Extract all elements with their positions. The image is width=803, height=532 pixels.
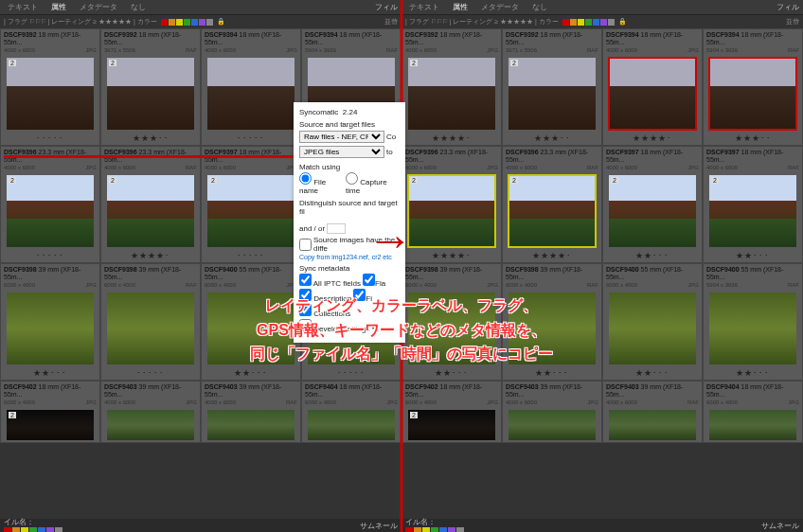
toolbar-tab[interactable]: テキスト [405, 2, 443, 12]
rating-stars[interactable]: ★★･･･ [603, 366, 702, 380]
toolbar-tab[interactable]: なし [127, 2, 150, 12]
color-swatch[interactable] [55, 527, 62, 533]
radio-filename[interactable]: File name [299, 172, 344, 195]
thumbnail-cell[interactable]: DSCF9403 39 mm (XF18-55m...4000 x 6000RA… [201, 381, 301, 443]
color-swatch[interactable] [199, 19, 205, 26]
color-swatch[interactable] [585, 19, 592, 26]
color-swatch[interactable] [593, 19, 599, 26]
rating-stars[interactable]: ･････ [202, 249, 300, 262]
thumbnail-cell[interactable]: DSCF9396 23.3 mm (XF18-55m...4000 x 6000… [0, 146, 100, 263]
thumbnail-cell[interactable]: DSCF9392 18 mm (XF18-55m...4000 x 6000JP… [0, 28, 100, 146]
color-swatch[interactable] [169, 19, 175, 26]
source-select[interactable]: Raw files - NEF, CR2 etc [299, 131, 384, 143]
thumbnail-cell[interactable]: DSCF9394 18 mm (XF18-55m...5904 x 3936RA… [703, 28, 803, 146]
color-swatch[interactable] [431, 527, 438, 533]
rating-stars[interactable]: ★★･･･ [503, 366, 601, 380]
toolbar-tab[interactable]: 属性 [449, 2, 472, 12]
rating-stars[interactable]: ･････ [1, 132, 99, 145]
cb-fla[interactable]: Fla [363, 274, 385, 288]
rating-stars[interactable]: ･････ [101, 366, 200, 380]
color-swatch[interactable] [405, 527, 413, 533]
thumbnail-cell[interactable]: DSCF9402 18 mm (XF18-55m...6000 x 4000JP… [402, 381, 502, 443]
color-swatch[interactable] [562, 19, 569, 26]
rating-stars[interactable]: ★★･･･ [704, 366, 802, 380]
color-swatch[interactable] [161, 19, 168, 26]
thumbnail-cell[interactable]: DSCF9403 39 mm (XF18-55m...4000 x 6000RA… [602, 381, 703, 443]
target-select[interactable]: JPEG files [299, 146, 384, 158]
thumbnail-cell[interactable]: DSCF9400 55 mm (XF18-55m...5904 x 3936RA… [703, 263, 803, 381]
color-swatch[interactable] [414, 527, 421, 533]
color-swatch[interactable] [439, 527, 447, 533]
color-swatch[interactable] [46, 527, 54, 533]
rating-stars[interactable]: ★★･･･ [402, 366, 501, 380]
color-swatch[interactable] [448, 527, 455, 533]
filter-label: フィル [776, 2, 799, 12]
thumbnail-cell[interactable]: DSCF9397 18 mm (XF18-55m...4000 x 6000RA… [703, 146, 803, 263]
src-target-label: Source and target files [299, 120, 400, 129]
andor-field[interactable] [327, 223, 346, 234]
rating-stars[interactable]: ★★★★･ [101, 249, 200, 262]
thumbnail-cell[interactable]: DSCF9394 18 mm (XF18-55m...4000 x 6000JP… [602, 28, 703, 146]
thumbnail-cell[interactable]: DSCF9394 18 mm (XF18-55m...4000 x 6000JP… [201, 28, 301, 146]
rating-stars[interactable]: ★★★･･ [704, 132, 802, 145]
thumbnail-cell[interactable]: DSCF9398 39 mm (XF18-55m...6000 x 4000JP… [0, 263, 100, 381]
thumbnail-cell[interactable]: DSCF9392 18 mm (XF18-55m...3671 x 5506RA… [502, 28, 602, 146]
color-swatch[interactable] [21, 527, 28, 533]
dialog-version: 2.24 [343, 108, 358, 116]
arrange-label[interactable]: 並替 [786, 17, 799, 27]
rating-stars[interactable]: ★★★･･ [101, 132, 200, 145]
color-swatch[interactable] [600, 19, 607, 26]
filter-label: フィル [375, 2, 398, 12]
color-swatch[interactable] [12, 527, 20, 533]
toolbar-tab[interactable]: なし [528, 2, 551, 12]
dialog-title: Syncomatic [299, 108, 338, 116]
rating-stars[interactable]: ★★･･･ [202, 366, 300, 380]
rating-stars[interactable]: ★★★★･ [603, 132, 702, 145]
toolbar-tab[interactable]: テキスト [4, 2, 42, 12]
rating-stars[interactable]: ★★★･･ [503, 132, 601, 145]
rating-stars[interactable]: ★★★★･ [402, 249, 501, 262]
thumbnail-cell[interactable]: DSCF9398 39 mm (XF18-55m...6000 x 4000RA… [100, 263, 201, 381]
color-swatch[interactable] [206, 19, 213, 26]
thumbnail-cell[interactable]: DSCF9403 39 mm (XF18-55m...4000 x 6000JP… [502, 381, 602, 443]
thumbnail-cell[interactable]: DSCF9397 18 mm (XF18-55m...4000 x 6000JP… [201, 146, 301, 263]
color-swatch[interactable] [191, 19, 198, 26]
color-swatch[interactable] [578, 19, 584, 26]
radio-capturetime[interactable]: Capture time [346, 172, 400, 195]
toolbar-tab[interactable]: メタデータ [477, 2, 523, 12]
rating-stars[interactable]: ･････ [202, 132, 300, 145]
thumbnail-cell[interactable]: DSCF9404 18 mm (XF18-55m...6000 x 4000JP… [703, 381, 803, 443]
color-swatch[interactable] [422, 527, 430, 533]
thumbnail-cell[interactable]: DSCF9404 18 mm (XF18-55m...6000 x 4000JP… [301, 381, 402, 443]
color-swatch[interactable] [38, 527, 45, 533]
color-swatch[interactable] [184, 19, 190, 26]
thumbnail-label: サムネール [761, 521, 799, 531]
rating-stars[interactable]: ★★･･･ [704, 249, 802, 262]
filter-bar: | フラグ ⚐⚐⚐ | レーティング ≥ ★★★★★ | カラー 🔒 並替 [0, 15, 402, 28]
rating-stars[interactable]: ･････ [1, 249, 99, 262]
toolbar-tab[interactable]: メタデータ [76, 2, 121, 12]
color-swatch[interactable] [29, 527, 37, 533]
thumbnail-cell[interactable]: DSCF9403 39 mm (XF18-55m...4000 x 6000JP… [100, 381, 201, 443]
thumbnail-cell[interactable]: DSCF9402 18 mm (XF18-55m...6000 x 4000JP… [0, 381, 100, 443]
rating-stars[interactable]: ★★･･･ [1, 366, 99, 380]
thumbnail-cell[interactable]: DSCF9396 23.3 mm (XF18-55m...4000 x 6000… [402, 146, 502, 263]
color-swatch[interactable] [176, 19, 183, 26]
color-swatch[interactable] [570, 19, 577, 26]
thumbnail-cell[interactable]: DSCF9392 18 mm (XF18-55m...4000 x 6000JP… [402, 28, 502, 146]
color-swatch[interactable] [4, 527, 11, 533]
thumbnail-cell[interactable]: DSCF9400 55 mm (XF18-55m...6000 x 4000JP… [602, 263, 703, 381]
color-swatch[interactable] [456, 527, 464, 533]
rating-stars[interactable]: ★★★★･ [402, 132, 501, 145]
color-swatch[interactable] [608, 19, 615, 26]
thumbnail-cell[interactable]: DSCF9397 18 mm (XF18-55m...4000 x 6000JP… [602, 146, 703, 263]
arrange-label[interactable]: 並替 [384, 17, 398, 27]
rating-stars[interactable]: ★★★★･ [503, 249, 601, 262]
toolbar-tab[interactable]: 属性 [47, 2, 70, 12]
thumbnail-cell[interactable]: DSCF9392 18 mm (XF18-55m...3671 x 5506RA… [100, 28, 201, 146]
cb-iptc[interactable]: All IPTC fields [299, 274, 361, 288]
rating-stars[interactable]: ･････ [302, 366, 401, 380]
rating-stars[interactable]: ★★･･･ [603, 249, 702, 262]
thumbnail-cell[interactable]: DSCF9396 23.3 mm (XF18-55m...4000 x 6000… [100, 146, 201, 263]
thumbnail-cell[interactable]: DSCF9396 23.3 mm (XF18-55m...4000 x 6000… [502, 146, 602, 263]
